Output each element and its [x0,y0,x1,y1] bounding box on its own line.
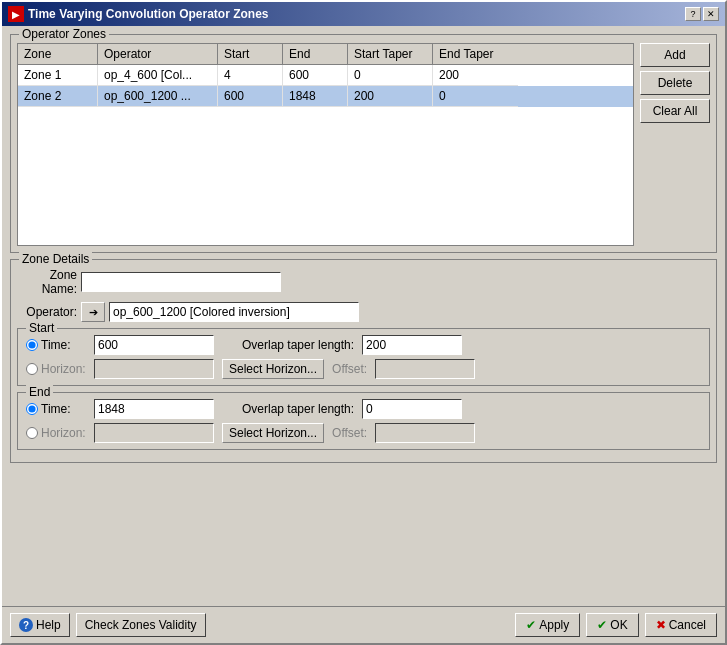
end-group: End Time: Overlap taper length: Horizon: [17,392,710,450]
row2-end: 1848 [283,86,348,107]
end-offset-input [375,423,475,443]
col-end: End [283,44,348,64]
operator-zones-label: Operator Zones [19,27,109,41]
row2-start: 600 [218,86,283,107]
help-title-btn[interactable]: ? [685,7,701,21]
zones-table: Zone Operator Start End Start Taper End … [17,43,634,246]
apply-button[interactable]: ✔ Apply [515,613,580,637]
ok-check-icon: ✔ [597,618,607,632]
end-time-radio[interactable] [26,403,38,415]
zone-name-label: Zone Name: [17,268,77,296]
end-horizon-radio[interactable] [26,427,38,439]
row1-start-taper: 0 [348,65,433,86]
start-offset-input [375,359,475,379]
row1-zone: Zone 1 [18,65,98,86]
cancel-label: Cancel [669,618,706,632]
window-title: Time Varying Convolution Operator Zones [28,7,268,21]
start-time-row: Time: Overlap taper length: [26,335,701,355]
help-icon: ? [19,618,33,632]
col-end-taper: End Taper [433,44,518,64]
table-row[interactable]: Zone 1 op_4_600 [Col... 4 600 0 200 [18,65,633,86]
row1-end: 600 [283,65,348,86]
end-time-radio-label[interactable]: Time: [26,402,86,416]
table-row[interactable]: Zone 2 op_600_1200 ... 600 1848 200 0 [18,86,633,107]
table-header: Zone Operator Start End Start Taper End … [18,44,633,65]
delete-button[interactable]: Delete [640,71,710,95]
zone-details-label: Zone Details [19,252,92,266]
close-title-btn[interactable]: ✕ [703,7,719,21]
start-offset-label: Offset: [332,362,367,376]
table-body[interactable]: Zone 1 op_4_600 [Col... 4 600 0 200 Zone… [18,65,633,245]
zone-details-group: Zone Details Zone Name: Operator: ➔ Star… [10,259,717,463]
end-select-horizon-button[interactable]: Select Horizon... [222,423,324,443]
end-group-label: End [26,385,53,399]
row1-end-taper: 200 [433,65,518,86]
end-horizon-input [94,423,214,443]
row2-start-taper: 200 [348,86,433,107]
zone-name-input[interactable] [81,272,281,292]
check-validity-button[interactable]: Check Zones Validity [76,613,206,637]
add-button[interactable]: Add [640,43,710,67]
start-time-input[interactable] [94,335,214,355]
row1-operator: op_4_600 [Col... [98,65,218,86]
operator-row: Operator: ➔ [17,302,710,322]
ok-button[interactable]: ✔ OK [586,613,638,637]
bottom-bar: ? Help Check Zones Validity ✔ Apply ✔ OK… [2,606,725,643]
operator-input[interactable] [109,302,359,322]
end-time-row: Time: Overlap taper length: [26,399,701,419]
ok-label: OK [610,618,627,632]
start-overlap-label: Overlap taper length: [242,338,354,352]
zone-name-row: Zone Name: [17,268,710,296]
bottom-left: ? Help Check Zones Validity [10,613,206,637]
window-icon: ▶ [8,6,24,22]
start-horizon-row: Horizon: Select Horizon... Offset: [26,359,701,379]
end-overlap-label: Overlap taper length: [242,402,354,416]
start-group-label: Start [26,321,57,335]
row1-start: 4 [218,65,283,86]
table-and-buttons: Zone Operator Start End Start Taper End … [17,43,710,246]
end-horizon-row: Horizon: Select Horizon... Offset: [26,423,701,443]
help-button[interactable]: ? Help [10,613,70,637]
start-horizon-radio-label[interactable]: Horizon: [26,362,86,376]
title-buttons: ? ✕ [685,7,719,21]
start-horizon-radio[interactable] [26,363,38,375]
row2-zone: Zone 2 [18,86,98,107]
end-time-label: Time: [41,402,71,416]
col-operator: Operator [98,44,218,64]
end-offset-label: Offset: [332,426,367,440]
content-area: Operator Zones Zone Operator Start End S… [2,26,725,606]
col-start: Start [218,44,283,64]
col-start-taper: Start Taper [348,44,433,64]
bottom-right: ✔ Apply ✔ OK ✖ Cancel [515,613,717,637]
start-select-horizon-button[interactable]: Select Horizon... [222,359,324,379]
apply-check-icon: ✔ [526,618,536,632]
start-time-radio-label[interactable]: Time: [26,338,86,352]
start-overlap-input[interactable] [362,335,462,355]
start-horizon-input [94,359,214,379]
start-time-radio[interactable] [26,339,38,351]
title-bar: ▶ Time Varying Convolution Operator Zone… [2,2,725,26]
title-bar-left: ▶ Time Varying Convolution Operator Zone… [8,6,268,22]
operator-zones-group: Operator Zones Zone Operator Start End S… [10,34,717,253]
clear-all-button[interactable]: Clear All [640,99,710,123]
start-group: Start Time: Overlap taper length: Horizo [17,328,710,386]
end-horizon-radio-label[interactable]: Horizon: [26,426,86,440]
start-horizon-label: Horizon: [41,362,86,376]
side-buttons: Add Delete Clear All [640,43,710,246]
end-time-input[interactable] [94,399,214,419]
help-label: Help [36,618,61,632]
cancel-x-icon: ✖ [656,618,666,632]
row2-operator: op_600_1200 ... [98,86,218,107]
end-overlap-input[interactable] [362,399,462,419]
apply-label: Apply [539,618,569,632]
col-zone: Zone [18,44,98,64]
start-time-label: Time: [41,338,71,352]
operator-select-button[interactable]: ➔ [81,302,105,322]
row2-end-taper: 0 [433,86,518,107]
cancel-button[interactable]: ✖ Cancel [645,613,717,637]
operator-label: Operator: [17,305,77,319]
main-window: ▶ Time Varying Convolution Operator Zone… [0,0,727,645]
end-horizon-label: Horizon: [41,426,86,440]
